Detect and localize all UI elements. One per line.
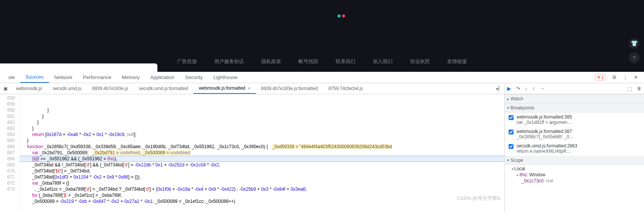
code-content[interactable]: } } } } return [0x187d + -0xa6 * -0x2 + …: [20, 94, 504, 212]
breakpoint-checkbox[interactable]: [509, 144, 514, 149]
code-line[interactable]: _0xf734bd && !_0xf734bd['d'] && (_0xf734…: [20, 162, 504, 168]
close-icon[interactable]: ×: [248, 85, 251, 91]
pause-exceptions-icon[interactable]: ⏸: [636, 85, 642, 92]
dot-icon: [338, 14, 341, 17]
code-line[interactable]: _0x500089 = -0x219 * -0xb + -0x847 * -0x…: [20, 198, 504, 204]
scope-local[interactable]: ▾Local: [508, 166, 641, 172]
breakpoint-item[interactable]: webmssdk.js:formatted:385var _0x1d81ff =…: [505, 112, 644, 127]
file-tab[interactable]: 8759.74cfecb4.js: [323, 83, 368, 94]
code-line[interactable]: for (_0xba789f['$' + _0x1ef1cc] = _0xba7…: [20, 192, 504, 198]
file-tab-active[interactable]: webmssdk.js:formatted×: [193, 83, 256, 94]
nav-link[interactable]: 联系我们: [336, 58, 355, 65]
file-tab[interactable]: secsdk.umd.js: [47, 83, 87, 94]
tab-performance[interactable]: Performance: [78, 72, 116, 83]
file-tab[interactable]: webmssdk.js: [11, 83, 47, 94]
code-line[interactable]: }: [20, 113, 504, 119]
dot-icon: [342, 14, 345, 17]
tab-truncated[interactable]: ole: [3, 72, 20, 83]
code-editor[interactable]: 6586596606616626636646656666676686696706…: [0, 94, 504, 212]
sources-pane: ▣ webmssdk.js secsdk.umd.js 6939.4b7e183…: [0, 83, 504, 212]
code-line[interactable]: , _0x1ef1cc = _0xba789f['d'] = _0xf734bd…: [20, 186, 504, 192]
code-line[interactable]: _0xf734bd[0x1df3 + 0x1154 * -0x2 + 0x9 *…: [20, 174, 504, 180]
tab-sources[interactable]: Sources: [20, 72, 49, 83]
deactivate-breakpoints-icon[interactable]: ⬚: [627, 85, 632, 92]
scope-var[interactable]: _0x1c73c0: null: [508, 178, 641, 184]
kebab-icon[interactable]: ⋮: [622, 74, 628, 81]
tab-application[interactable]: Application: [145, 72, 180, 83]
breakpoint-checkbox[interactable]: [509, 130, 514, 134]
gear-icon[interactable]: ⚙: [611, 74, 617, 81]
code-line[interactable]: _0xf734bd['$0'] = _0xf734bd,: [20, 168, 504, 174]
loading-indicator: [338, 14, 345, 17]
side-actions: 👕 ?: [629, 38, 639, 63]
breakpoint-item[interactable]: webmssdk.js:formatted:387_0x2856c7(_0x55…: [505, 127, 644, 141]
nav-link[interactable]: 帐号找回: [298, 58, 318, 65]
code-line[interactable]: return [0x187d + -0xa6 * -0x2 + 0x1 * -0…: [20, 131, 504, 138]
nav-link[interactable]: 营业执照: [410, 58, 430, 65]
help-icon[interactable]: ?: [629, 52, 639, 63]
code-line[interactable]: }: [20, 138, 504, 144]
navigator-icon[interactable]: ▣: [0, 86, 11, 91]
nav-link[interactable]: 隐私政策: [261, 58, 281, 65]
tab-memory[interactable]: Memory: [116, 72, 145, 83]
tab-security[interactable]: Security: [180, 72, 208, 83]
debugger-toolbar: ▶ ↷ ↓ ↑ → ⬚ ⏸: [505, 83, 644, 94]
breakpoints-list: webmssdk.js:formatted:385var _0x1d81ff =…: [505, 112, 644, 156]
nav-link[interactable]: 广告投放: [177, 58, 197, 65]
debugger-pane: ▶ ↷ ↓ ↑ → ⬚ ⏸ ▸Watch ▾Breakpoints webmss…: [504, 83, 644, 212]
nav-link[interactable]: 友情链接: [447, 58, 467, 65]
step-icon[interactable]: →: [539, 85, 545, 92]
code-line[interactable]: var _0x2bd791, _0x500089; _0x2bd791 = un…: [20, 150, 504, 156]
line-gutter: 6586596606616626636646656666676686696706…: [0, 94, 20, 212]
tab-network[interactable]: Network: [49, 72, 78, 83]
file-tab[interactable]: 6939.4b7e183e.js: [87, 83, 134, 94]
scope-body: ▾Local ▸this: Window _0x1c73c0: null: [505, 165, 644, 185]
page-background: 广告投放 用户服务协议 隐私政策 帐号找回 联系我们 加入我们 营业执照 友情链…: [0, 0, 644, 72]
watch-header[interactable]: ▸Watch: [505, 94, 644, 103]
breakpoint-item[interactable]: secsdk.umd.js:formatted:2863return e.nat…: [505, 141, 644, 156]
step-over-icon[interactable]: ↷: [516, 85, 520, 92]
watermark: CSDN @考古学家lx: [457, 195, 501, 201]
nav-link[interactable]: 用户服务协议: [214, 58, 244, 65]
code-line[interactable]: null == _0x551962 && (_0x551962 = this),: [20, 156, 504, 162]
devtools: ole Sources Network Performance Memory A…: [0, 72, 644, 212]
tab-lighthouse[interactable]: Lighthouse: [208, 72, 243, 83]
close-icon[interactable]: ✕: [633, 74, 639, 81]
scope-header[interactable]: ▾Scope: [505, 156, 644, 165]
step-into-icon[interactable]: ↓: [525, 85, 528, 92]
more-tabs-icon[interactable]: ▸▏: [494, 86, 504, 91]
file-tab[interactable]: 6939.4b7e183e.js:formatted: [256, 83, 323, 94]
scope-this[interactable]: ▸this: Window: [508, 172, 641, 178]
breakpoint-checkbox[interactable]: [509, 115, 514, 120]
breakpoints-header[interactable]: ▾Breakpoints: [505, 103, 644, 112]
step-out-icon[interactable]: ↑: [532, 85, 535, 92]
code-line[interactable]: var _0xba789f = {}: [20, 180, 504, 186]
resume-icon[interactable]: ▶: [507, 85, 511, 92]
file-tabs: ▣ webmssdk.js secsdk.umd.js 6939.4b7e183…: [0, 83, 504, 94]
code-line[interactable]: function _0x2856c7(_0xd59336, _0x339d59,…: [20, 144, 504, 150]
error-badge[interactable]: ✕ 1: [595, 74, 606, 81]
devtools-tabs: ole Sources Network Performance Memory A…: [0, 72, 644, 83]
shirt-icon[interactable]: 👕: [629, 38, 639, 49]
nav-link[interactable]: 加入我们: [373, 58, 393, 65]
file-tab[interactable]: secsdk.umd.js:formatted: [134, 83, 193, 94]
code-line[interactable]: }: [20, 125, 504, 131]
code-line[interactable]: }: [20, 119, 504, 125]
active-tab-marker: [0, 63, 157, 72]
code-line[interactable]: }: [20, 107, 504, 113]
